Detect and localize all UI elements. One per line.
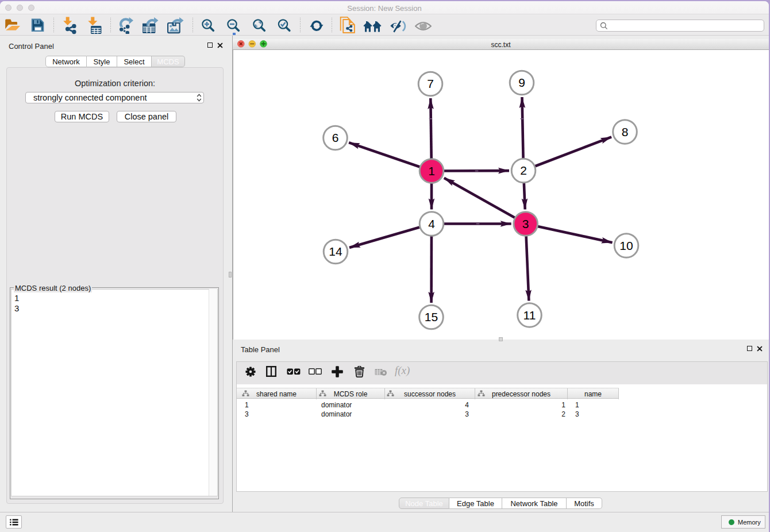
svg-text:6: 6 xyxy=(332,131,339,144)
svg-text:15: 15 xyxy=(425,310,438,323)
svg-text:9: 9 xyxy=(518,76,525,89)
svg-text:3: 3 xyxy=(522,217,529,230)
svg-text:14: 14 xyxy=(329,245,342,258)
svg-text:2: 2 xyxy=(520,164,527,177)
svg-text:8: 8 xyxy=(622,125,629,138)
svg-text:4: 4 xyxy=(428,217,435,230)
svg-text:10: 10 xyxy=(619,239,633,252)
svg-text:7: 7 xyxy=(427,77,434,90)
svg-text:1: 1 xyxy=(428,164,435,178)
svg-text:11: 11 xyxy=(523,309,536,322)
